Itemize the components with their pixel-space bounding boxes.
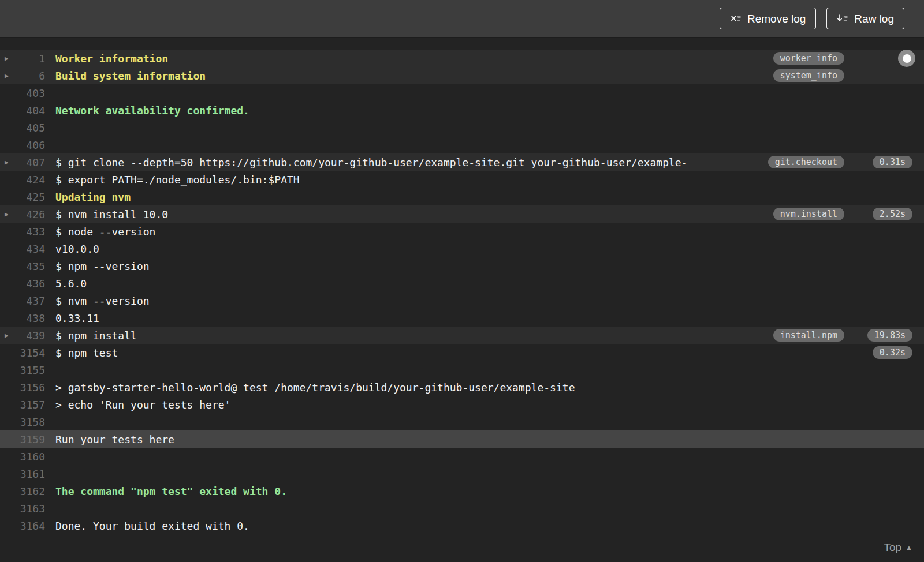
step-tag-badge: system_info	[773, 69, 844, 82]
line-number-link[interactable]: 3160	[18, 451, 45, 463]
log-text: 0.33.11	[55, 312, 924, 324]
log-line: 3157> echo 'Run your tests here'	[0, 396, 924, 413]
log-text: $ export PATH=./node_modules/.bin:$PATH	[55, 174, 924, 186]
fold-section-header[interactable]: ▶426$ nvm install 10.0nvm.install2.52s	[0, 205, 924, 223]
fold-section-header[interactable]: ▶6Build system informationsystem_info	[0, 67, 924, 84]
step-tag-badge: worker_info	[773, 52, 844, 65]
raw-log-label: Raw log	[854, 13, 894, 24]
log-line: 425Updating nvm	[0, 188, 924, 205]
log-text: Network availability confirmed.	[55, 104, 924, 117]
line-number-link[interactable]: 407	[18, 156, 45, 168]
log-line: 435$ npm --version	[0, 257, 924, 275]
log-line: 3160	[0, 448, 924, 465]
line-number-link[interactable]: 424	[18, 174, 45, 186]
line-number-link[interactable]: 437	[18, 295, 45, 307]
line-number-link[interactable]: 436	[18, 278, 45, 290]
line-number-link[interactable]: 439	[18, 329, 45, 342]
step-tag-badge: nvm.install	[773, 208, 844, 220]
log-text: Done. Your build exited with 0.	[55, 520, 924, 532]
line-number-link[interactable]: 3154	[18, 347, 45, 359]
line-number-link[interactable]: 3156	[18, 381, 45, 394]
line-number-link[interactable]: 425	[18, 191, 45, 203]
line-number-link[interactable]: 1	[18, 53, 45, 65]
log-line: 4365.6.0	[0, 275, 924, 292]
duration-badge: 19.83s	[867, 329, 912, 342]
fold-arrow-icon[interactable]: ▶	[5, 332, 18, 339]
log-text: $ npm --version	[55, 260, 924, 272]
x-list-icon	[730, 13, 742, 24]
line-number-link[interactable]: 435	[18, 260, 45, 272]
log-line: 434v10.0.0	[0, 240, 924, 257]
line-number-link[interactable]: 3158	[18, 416, 45, 428]
log-text: Run your tests here	[55, 433, 924, 445]
log-text: > echo 'Run your tests here'	[55, 399, 924, 411]
remove-log-button[interactable]: Remove log	[720, 8, 816, 29]
line-number-link[interactable]: 3161	[18, 468, 45, 480]
fold-section-header[interactable]: ▶1Worker informationworker_info	[0, 50, 924, 67]
log-text: 5.6.0	[55, 278, 924, 290]
log-text: $ npm test	[55, 347, 924, 359]
log-line: 3163	[0, 500, 924, 517]
line-number-link[interactable]: 3162	[18, 485, 45, 497]
duration-badge: 0.31s	[873, 156, 912, 168]
log-line: 404Network availability confirmed.	[0, 102, 924, 119]
scroll-position-dot	[903, 54, 911, 63]
log-rows: ▶1Worker informationworker_info▶6Build s…	[0, 50, 924, 534]
log-line: 403	[0, 84, 924, 102]
log-text: > gatsby-starter-hello-world@ test /home…	[55, 381, 924, 394]
fold-arrow-icon[interactable]: ▶	[5, 211, 18, 218]
log-line: 405	[0, 119, 924, 136]
line-number-link[interactable]: 403	[18, 87, 45, 99]
log-text: v10.0.0	[55, 243, 924, 255]
remove-log-label: Remove log	[747, 13, 806, 24]
fold-section-header[interactable]: ▶407$ git clone --depth=50 https://githu…	[0, 153, 924, 171]
log-text: The command "npm test" exited with 0.	[55, 485, 924, 497]
build-log: ▶1Worker informationworker_info▶6Build s…	[0, 38, 924, 534]
line-number-link[interactable]: 433	[18, 226, 45, 238]
raw-log-button[interactable]: Raw log	[826, 8, 904, 29]
duration-badge: 2.52s	[873, 208, 912, 220]
log-toolbar: Remove log Raw log	[0, 0, 924, 38]
scroll-position-indicator-icon[interactable]	[898, 50, 915, 67]
line-number-link[interactable]: 3159	[18, 433, 45, 445]
log-line: 3164Done. Your build exited with 0.	[0, 517, 924, 534]
line-number-link[interactable]: 3164	[18, 520, 45, 532]
line-number-link[interactable]: 3157	[18, 399, 45, 411]
log-line: 3154$ npm test0.32s	[0, 344, 924, 361]
log-line: 433$ node --version	[0, 223, 924, 240]
fold-arrow-icon[interactable]: ▶	[5, 72, 18, 80]
log-line: 437$ nvm --version	[0, 292, 924, 309]
log-line: 3162The command "npm test" exited with 0…	[0, 482, 924, 500]
line-number-link[interactable]: 3163	[18, 503, 45, 515]
duration-badge: 0.32s	[873, 346, 912, 359]
log-text: $ node --version	[55, 226, 924, 238]
arrow-down-list-icon	[837, 13, 848, 24]
line-number-link[interactable]: 406	[18, 139, 45, 151]
log-line: 3161	[0, 465, 924, 482]
scroll-to-top-link[interactable]: Top ▲	[884, 541, 912, 554]
step-tag-badge: install.npm	[773, 329, 844, 342]
log-line: 4380.33.11	[0, 309, 924, 327]
line-number-link[interactable]: 434	[18, 243, 45, 255]
step-tag-badge: git.checkout	[768, 156, 844, 168]
fold-arrow-icon[interactable]: ▶	[5, 159, 18, 166]
line-number-link[interactable]: 6	[18, 70, 45, 82]
line-number-link[interactable]: 438	[18, 312, 45, 324]
line-number-link[interactable]: 3155	[18, 364, 45, 376]
line-number-link[interactable]: 405	[18, 122, 45, 134]
fold-arrow-icon[interactable]: ▶	[5, 55, 18, 62]
log-text: Updating nvm	[55, 191, 924, 203]
triangle-up-icon: ▲	[906, 544, 912, 551]
log-line: 406	[0, 136, 924, 153]
fold-section-header[interactable]: ▶439$ npm installinstall.npm19.83s	[0, 327, 924, 344]
log-line: 3159Run your tests here	[0, 430, 924, 448]
line-number-link[interactable]: 404	[18, 104, 45, 117]
line-number-link[interactable]: 426	[18, 208, 45, 220]
log-text: $ nvm --version	[55, 295, 924, 307]
top-link-label: Top	[884, 541, 901, 554]
log-line: 3158	[0, 413, 924, 430]
log-line: 424$ export PATH=./node_modules/.bin:$PA…	[0, 171, 924, 188]
log-line: 3155	[0, 361, 924, 379]
log-line: 3156> gatsby-starter-hello-world@ test /…	[0, 379, 924, 396]
